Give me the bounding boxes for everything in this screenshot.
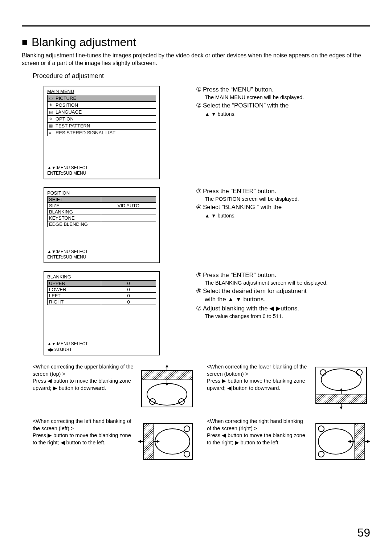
menu-item-label: TEST PATTERN xyxy=(56,123,90,129)
svg-point-13 xyxy=(356,370,362,375)
diag-title: <When correcting the right hand blanking… xyxy=(207,418,308,432)
left-blanking-icon xyxy=(138,418,196,465)
blankmenu-footer: ▲▼:MENU SELECT ◀▶:ADJUST xyxy=(47,341,156,353)
posmenu-box: POSITION SHIFT SIZEVID AUTO BLANKING KEY… xyxy=(44,187,160,263)
mainmenu-col: MAIN MENU ▭PICTURE ✳POSITION ▤LANGUAGE ⛭… xyxy=(44,86,185,179)
language-icon: ▤ xyxy=(49,110,54,114)
item-name: LEFT xyxy=(48,293,101,298)
circled-6-icon: ⑥ xyxy=(196,288,201,294)
menu-item-label: RESISTERED SIGNAL LIST xyxy=(56,130,115,135)
menu-item-position: ✳POSITION xyxy=(47,102,156,109)
step-sub: The value changes from 0 to 511. xyxy=(205,313,370,320)
circled-4-icon: ④ xyxy=(196,204,201,211)
procedure-subheading: Procedure of adjustment xyxy=(33,72,370,80)
menu-item-label: POSITION xyxy=(56,102,78,108)
blankmenu-col: BLANKING UPPER0 LOWER0 LEFT0 RIGHT0 ▲▼:M… xyxy=(44,271,185,355)
diag-left: <When correcting the left hand blanking … xyxy=(33,418,196,465)
row-mainmenu: MAIN MENU ▭PICTURE ✳POSITION ▤LANGUAGE ⛭… xyxy=(22,86,370,179)
diag-lower-text: <When correcting the lower blanking of t… xyxy=(207,363,308,411)
circled-2-icon: ② xyxy=(196,102,201,109)
footer-line: ▲▼:MENU SELECT xyxy=(47,341,156,347)
menu-item-picture: ▭PICTURE xyxy=(47,95,156,102)
intro-paragraph: Blanking adjustment fine-tunes the image… xyxy=(22,52,370,67)
svg-marker-35 xyxy=(367,440,370,443)
top-rule xyxy=(22,25,370,27)
svg-point-2 xyxy=(147,383,187,405)
item-name: KEYSTONE xyxy=(48,215,101,221)
step-text-line2: ▲ ▼ buttons. xyxy=(205,111,236,117)
svg-rect-10 xyxy=(316,394,367,403)
blankmenu-item-upper: UPPER0 xyxy=(47,280,156,286)
svg-rect-19 xyxy=(143,423,154,460)
menu-item-language: ▤LANGUAGE xyxy=(47,109,156,115)
step-sub: The POSITION screen will be displayed. xyxy=(205,196,370,203)
svg-marker-15 xyxy=(340,388,343,391)
svg-marker-26 xyxy=(157,440,160,443)
step-4: ④Select “BLANKING ” with the ▲ ▼ buttons… xyxy=(196,203,370,220)
posmenu-item-shift: SHIFT xyxy=(47,196,156,203)
svg-point-30 xyxy=(318,426,324,432)
step-text: Press the “ENTER” button. xyxy=(203,272,276,278)
footer-line: ▲▼:MENU SELECT xyxy=(47,249,156,255)
menu-item-label: LANGUAGE xyxy=(56,109,82,115)
diag-body: Press ◀ button to move the blanking zone… xyxy=(33,378,134,392)
blankmenu-item-left: LEFT0 xyxy=(47,293,156,299)
posmenu-title: POSITION xyxy=(47,190,156,196)
diag-body: Press ▶ button to move the blanking zone… xyxy=(207,378,308,392)
footer-line: ▲▼:MENU SELECT xyxy=(47,165,156,171)
diag-title: <When correcting the lower blanking of t… xyxy=(207,363,308,378)
svg-point-12 xyxy=(320,370,326,375)
blankmenu-title: BLANKING xyxy=(47,274,156,280)
item-val: 0 xyxy=(101,287,156,292)
upper-blanking-icon xyxy=(138,363,196,411)
step-text: Select “BLANKING ” with the xyxy=(203,204,282,211)
lower-blanking-icon xyxy=(312,363,370,411)
picture-icon: ▭ xyxy=(49,96,54,101)
step-text-line2: with the ▲ ▼ buttons. xyxy=(205,296,265,303)
mainmenu-title: MAIN MENU xyxy=(47,89,156,94)
item-name: LOWER xyxy=(48,287,101,292)
diag-left-text: <When correcting the left hand blanking … xyxy=(33,418,134,465)
page: ■Blanking adjustment Blanking adjustment… xyxy=(0,0,392,554)
menu-item-option: ⛭OPTION xyxy=(47,115,156,122)
page-number: 59 xyxy=(357,526,370,539)
posmenu-item-edge: EDGE BLENDING xyxy=(47,221,156,227)
diag-upper-text: <When correcting the upper blanking of t… xyxy=(33,363,134,411)
svg-point-31 xyxy=(318,451,324,457)
svg-point-21 xyxy=(184,426,190,432)
diag-title: <When correcting the left hand blanking … xyxy=(33,418,134,432)
diag-upper: <When correcting the upper blanking of t… xyxy=(33,363,196,411)
menu-item-label: PICTURE xyxy=(56,95,76,101)
diag-body: Press ▶ button to move the blanking zone… xyxy=(33,432,134,446)
step-sub: The BLANKING adjustment screen will be d… xyxy=(205,280,370,287)
circled-5-icon: ⑤ xyxy=(196,272,201,278)
diagram-row-1: <When correcting the upper blanking of t… xyxy=(33,363,370,411)
blankmenu-item-lower: LOWER0 xyxy=(47,286,156,293)
step-text: Adjust blanking with the ◀ ▶uttons. xyxy=(203,305,299,312)
menu-item-testpattern: ▦TEST PATTERN xyxy=(47,122,156,129)
item-val xyxy=(101,197,156,202)
steps-3-4: ③Press the “ENTER” button. The POSITION … xyxy=(196,187,370,263)
item-val: VID AUTO xyxy=(101,203,156,208)
step-7: ⑦Adjust blanking with the ◀ ▶uttons. The… xyxy=(196,305,370,320)
test-icon: ▦ xyxy=(49,123,54,128)
item-name: BLANKING xyxy=(48,209,101,215)
item-name: RIGHT xyxy=(48,299,101,305)
step-6: ⑥Select the desired item for adjustment … xyxy=(196,287,370,304)
svg-rect-1 xyxy=(142,371,192,380)
diag-right-text: <When correcting the right hand blanking… xyxy=(207,418,308,465)
blankmenu-item-right: RIGHT0 xyxy=(47,299,156,305)
right-blanking-icon xyxy=(312,418,370,465)
section-title: ■Blanking adjustment xyxy=(22,36,370,49)
mainmenu-box: MAIN MENU ▭PICTURE ✳POSITION ▤LANGUAGE ⛭… xyxy=(44,86,160,179)
item-val xyxy=(101,221,156,227)
step-text: Select the “POSITION” with the xyxy=(203,102,289,109)
menu-item-label: OPTION xyxy=(56,116,74,122)
svg-marker-6 xyxy=(166,364,168,367)
step-sub: The MAIN MENU screen will be displayed. xyxy=(205,94,370,101)
section-title-text: Blanking adjustment xyxy=(32,36,136,49)
row-blankmenu: BLANKING UPPER0 LOWER0 LEFT0 RIGHT0 ▲▼:M… xyxy=(22,271,370,355)
square-bullet-icon: ■ xyxy=(22,36,28,48)
svg-marker-24 xyxy=(138,440,141,443)
menu-item-siglist: ≡RESISTERED SIGNAL LIST xyxy=(47,129,156,136)
